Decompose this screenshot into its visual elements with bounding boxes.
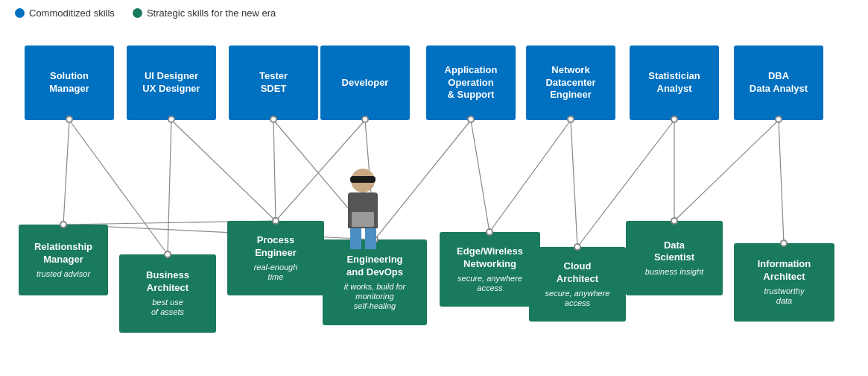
commoditized-dot: [15, 8, 25, 18]
top-box-network-eng: NetworkDatacenterEngineer: [526, 46, 615, 120]
dot-bottom-rel-manager: [60, 221, 67, 228]
label-data-scientist: DataScientist: [654, 239, 694, 265]
dot-bottom-cloud-architect: [574, 243, 581, 251]
svg-line-15: [779, 120, 784, 243]
svg-line-2: [168, 120, 171, 254]
bottom-box-cloud-architect: CloudArchitectsecure, anywhereaccess: [529, 247, 626, 322]
strategic-label: Strategic skills for the new era: [147, 7, 276, 19]
bottom-box-info-architect: InformationArchitecttrustworthydata: [734, 243, 834, 322]
top-box-dba: DBAData Analyst: [734, 46, 823, 120]
label-eng-devops: Engineeringand DevOps: [346, 254, 403, 279]
dot-top-dba: [775, 116, 782, 123]
top-box-app-ops: ApplicationOperation& Support: [426, 46, 516, 120]
legend-strategic: Strategic skills for the new era: [133, 7, 276, 19]
dot-top-solution-manager: [66, 116, 73, 123]
legend: Commoditized skills Strategic skills for…: [0, 0, 868, 23]
person-figure: [348, 169, 378, 249]
dot-bottom-info-architect: [780, 239, 788, 247]
svg-line-9: [471, 120, 490, 232]
person-body: [348, 192, 378, 228]
label-biz-architect: BusinessArchitect: [146, 269, 189, 295]
top-box-developer: Developer: [320, 46, 410, 120]
bottom-box-process-eng: ProcessEngineerreal-enoughtime: [227, 221, 324, 295]
dot-top-statistician: [671, 116, 678, 123]
subtitle-process-eng: real-enoughtime: [254, 263, 298, 282]
svg-line-16: [63, 225, 375, 239]
svg-line-3: [171, 120, 276, 221]
top-box-tester: TesterSDET: [229, 46, 318, 120]
person-left-leg: [350, 228, 361, 249]
dot-bottom-edge-networking: [486, 228, 493, 236]
dot-bottom-biz-architect: [164, 251, 171, 258]
svg-line-14: [674, 120, 779, 221]
dot-top-developer: [361, 116, 369, 123]
subtitle-data-scientist: business insight: [645, 267, 703, 277]
person-laptop: [352, 212, 374, 227]
bottom-box-edge-networking: Edge/WirelessNetworkingsecure, anywherea…: [440, 232, 540, 307]
svg-line-11: [571, 120, 577, 247]
top-box-solution-manager: SolutionManager: [25, 46, 114, 120]
subtitle-rel-manager: trusted advisor: [37, 269, 90, 279]
person-head: [351, 169, 375, 192]
label-edge-networking: Edge/WirelessNetworking: [457, 245, 523, 271]
bottom-box-eng-devops: Engineeringand DevOpsit works, build for…: [323, 239, 427, 325]
label-process-eng: ProcessEngineer: [255, 234, 297, 260]
dot-bottom-process-eng: [272, 217, 279, 225]
svg-line-8: [375, 120, 471, 239]
strategic-dot: [133, 8, 142, 18]
person-glasses: [350, 176, 376, 183]
subtitle-info-architect: trustworthydata: [764, 286, 805, 306]
dot-bottom-data-scientist: [671, 217, 678, 225]
svg-line-10: [490, 120, 571, 232]
svg-line-0: [63, 120, 69, 225]
legend-commoditized: Commoditized skills: [15, 7, 115, 19]
bottom-box-data-scientist: DataScientistbusiness insight: [626, 221, 723, 295]
dot-top-app-ops: [467, 116, 475, 123]
person-legs: [350, 228, 376, 249]
label-cloud-architect: CloudArchitect: [557, 260, 598, 286]
dot-top-tester: [270, 116, 277, 123]
subtitle-eng-devops: it works, build formonitoringself-healin…: [344, 282, 406, 312]
label-info-architect: InformationArchitect: [758, 258, 811, 283]
top-box-statistician: StatisticianAnalyst: [630, 46, 719, 120]
top-box-ui-designer: UI DesignerUX Designer: [127, 46, 216, 120]
subtitle-edge-networking: secure, anywhereaccess: [457, 274, 522, 293]
commoditized-label: Commoditized skills: [29, 7, 115, 19]
person-right-leg: [365, 228, 376, 249]
svg-line-4: [273, 120, 276, 221]
dot-top-network-eng: [567, 116, 574, 123]
dot-top-ui-designer: [168, 116, 175, 123]
bottom-box-rel-manager: RelationshipManagertrusted advisor: [19, 225, 108, 295]
diagram: SolutionManagerUI DesignerUX DesignerTes…: [0, 23, 868, 366]
bottom-box-biz-architect: BusinessArchitectbest useof assets: [119, 254, 216, 333]
subtitle-biz-architect: best useof assets: [151, 298, 184, 317]
label-rel-manager: RelationshipManager: [34, 241, 92, 266]
subtitle-cloud-architect: secure, anywhereaccess: [545, 289, 610, 308]
